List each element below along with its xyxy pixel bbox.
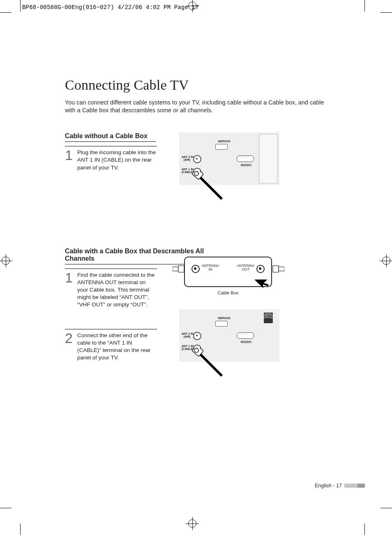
label-service: SERVICE (218, 317, 231, 320)
label-rs232: RS232C (241, 164, 251, 167)
step-item: 2 Connect the other end of the cable to … (65, 329, 157, 361)
label-ant2: ANT 2 IN (AIR) (182, 332, 192, 338)
label-antenna-in: ANTENNA IN (201, 264, 220, 272)
step-item: 1 Find the cable connected to the ANTENN… (65, 269, 157, 308)
step-number: 1 (65, 272, 73, 284)
svg-rect-2 (173, 267, 178, 271)
cable-connector-icon (272, 265, 284, 273)
tv-rear-panel-diagram: SERVICE ANT 2 IN (AIR) ANT 1 IN (CABLE) … (179, 309, 279, 362)
step-item: 1 Plug the incoming cable into the ANT 1… (65, 146, 157, 171)
print-slug: BP68-00588G-00Eng(016~027) 4/22/06 4:02 … (22, 4, 199, 11)
svg-rect-5 (279, 267, 284, 271)
footer-bar-icon (344, 484, 365, 488)
label-rs232: RS232C (241, 340, 251, 343)
step-text: Find the cable connected to the ANTENNA … (77, 271, 157, 308)
tv-rear-panel-diagram: SERVICE ANT 2 IN (AIR) ANT 1 IN (CABLE) … (179, 132, 279, 185)
svg-rect-3 (178, 266, 184, 272)
step-number: 1 (65, 149, 73, 161)
footer-text: English - 17 (315, 483, 342, 489)
cable-connector-icon (173, 265, 185, 273)
page-title: Connecting Cable TV (65, 77, 353, 93)
cable-plug-icon (186, 348, 223, 381)
svg-marker-6 (255, 274, 269, 288)
label-antenna-out: ANTENNA OUT (236, 264, 256, 272)
registration-mark-icon (0, 255, 12, 266)
intro-text: You can connect different cable systems … (65, 99, 328, 114)
svg-point-8 (194, 348, 198, 352)
cable-box-diagram: ANTENNA IN ANTENNA OUT Cable Box (184, 257, 272, 287)
step-text: Plug the incoming cable into the ANT 1 I… (77, 149, 157, 171)
step-text: Connect the other end of the cable to th… (77, 332, 157, 361)
cable-box-label: Cable Box (185, 290, 271, 295)
section-heading: Cable without a Cable Box (65, 132, 156, 142)
page-footer: English - 17 (315, 483, 365, 489)
pointer-arrow-icon (255, 274, 269, 290)
registration-mark-icon (380, 255, 392, 266)
optical-out-icon: DIGITAL AUDIO OUT (OPTICAL) (264, 313, 273, 323)
svg-point-1 (194, 171, 198, 176)
label-service: SERVICE (218, 140, 231, 143)
svg-rect-4 (273, 266, 279, 272)
label-ant2: ANT 2 IN (AIR) (182, 155, 192, 161)
cable-plug-icon (186, 171, 223, 204)
registration-mark-icon (187, 518, 198, 529)
step-number: 2 (65, 332, 73, 344)
